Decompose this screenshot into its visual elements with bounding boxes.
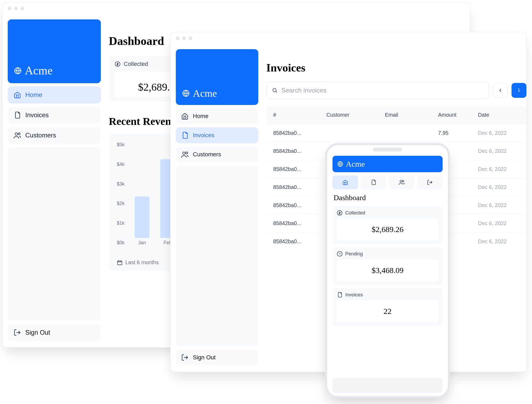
home-icon [14, 91, 21, 99]
sidebar: Acme Home Invoices Customers Sign Out [8, 19, 101, 341]
stat-value: $3,468.09 [337, 259, 438, 281]
signout-button[interactable]: Sign Out [8, 324, 101, 341]
mobile-bottom-bar [332, 378, 443, 393]
mobile-nav-invoices[interactable] [361, 175, 386, 189]
traffic-light-minimize-icon[interactable] [14, 7, 18, 10]
cell-date: Dec 6, 2022 [478, 202, 526, 208]
col-id: # [273, 112, 326, 118]
stat-card-pending: Pending $3,468.09 [332, 247, 443, 285]
mobile-notch [373, 148, 402, 152]
brand-name: Acme [25, 64, 53, 77]
stat-label: Pending [345, 251, 363, 257]
sidebar-item-home[interactable]: Home [176, 108, 258, 124]
page-number: 1 [518, 88, 520, 93]
cell-date: Dec 6, 2022 [478, 220, 526, 226]
col-date: Date [478, 112, 526, 118]
stat-label: Invoices [345, 292, 363, 298]
pagination-prev-button[interactable] [493, 83, 508, 98]
sidebar-item-invoices[interactable]: Invoices [8, 107, 101, 124]
sidebar-spacer [8, 147, 101, 321]
signout-label: Sign Out [193, 354, 216, 361]
mobile-nav [332, 175, 443, 189]
signout-button[interactable]: Sign Out [176, 350, 258, 365]
y-tick: $3k [117, 181, 124, 187]
chart-footer-text: Last 6 months [125, 259, 159, 266]
svg-point-2 [18, 133, 20, 135]
page-title: Invoices [266, 61, 526, 74]
svg-rect-4 [118, 261, 122, 265]
globe-icon [14, 67, 22, 74]
svg-point-7 [186, 152, 188, 154]
stat-label: Collected [345, 210, 365, 216]
cell-id: 85842ba0... [273, 220, 326, 226]
sidebar-item-label: Customers [193, 151, 221, 158]
cell-id: 85842ba0... [273, 166, 326, 172]
col-amount: Amount [438, 112, 478, 118]
cell-id: 85842ba0... [273, 202, 326, 208]
document-icon [181, 132, 189, 139]
cell-date: Dec 6, 2022 [478, 238, 526, 245]
users-icon [399, 179, 405, 185]
globe-icon [337, 161, 343, 167]
mobile-nav-home[interactable] [332, 175, 358, 189]
document-icon [337, 292, 343, 298]
stat-value: 22 [337, 300, 438, 322]
mobile-nav-customers[interactable] [389, 175, 414, 189]
stat-card-collected: Collected $2,689.26 [332, 206, 443, 244]
page-title: Dashboard [332, 192, 443, 203]
cell-date: Dec 6, 2022 [478, 130, 526, 136]
signout-icon [181, 354, 189, 361]
cell-date: Dec 6, 2022 [478, 148, 526, 154]
search-input[interactable]: Search invoices [266, 82, 489, 99]
home-icon [342, 179, 348, 185]
svg-point-6 [183, 152, 185, 154]
bar-jan [135, 196, 149, 238]
document-icon [371, 179, 376, 185]
users-icon [14, 132, 21, 139]
chart-bar: Jan [135, 196, 149, 246]
sidebar-item-label: Home [193, 113, 209, 120]
traffic-light-close-icon[interactable] [8, 7, 11, 10]
y-tick: $5k [117, 142, 124, 148]
mobile-device-frame: Acme Dashboard Collected $2,689.26 [325, 143, 450, 398]
cell-amount: 7.95 [438, 130, 478, 136]
sidebar: Acme Home Invoices Customers Sign Out [176, 49, 258, 365]
col-customer: Customer [326, 112, 385, 118]
signout-icon [427, 179, 433, 185]
arrow-left-icon [497, 87, 503, 93]
table-header: # Customer Email Amount Date [266, 106, 526, 124]
svg-point-1 [15, 133, 18, 135]
brand-logo-card: Acme [176, 49, 258, 105]
sidebar-item-label: Invoices [25, 111, 49, 119]
sidebar-item-home[interactable]: Home [8, 86, 101, 103]
sidebar-item-customers[interactable]: Customers [8, 127, 101, 144]
globe-icon [182, 90, 190, 97]
table-row[interactable]: 85842ba0...7.95Dec 6, 2022 [266, 124, 526, 142]
brand-name: Acme [346, 159, 365, 169]
stat-card-invoices: Invoices 22 [332, 288, 443, 326]
cell-id: 85842ba0... [273, 238, 326, 245]
sidebar-item-label: Customers [25, 132, 56, 139]
search-placeholder: Search invoices [281, 87, 326, 94]
sidebar-item-customers[interactable]: Customers [176, 146, 258, 162]
mobile-nav-signout[interactable] [417, 175, 443, 189]
signout-label: Sign Out [25, 329, 50, 336]
chart-y-axis: $5k $4k $3k $2k $1k $0k [117, 142, 124, 246]
document-icon [14, 111, 21, 119]
traffic-light-zoom-icon[interactable] [20, 7, 24, 10]
brand-name: Acme [193, 87, 217, 99]
sidebar-item-invoices[interactable]: Invoices [176, 127, 258, 143]
y-tick: $0k [117, 240, 124, 246]
col-email: Email [385, 112, 438, 118]
home-icon [181, 112, 189, 120]
svg-point-11 [402, 180, 404, 182]
traffic-light-close-icon[interactable] [176, 36, 180, 40]
traffic-light-minimize-icon[interactable] [182, 36, 186, 40]
calendar-icon [117, 260, 123, 266]
pagination-page-button[interactable]: 1 [512, 83, 526, 98]
y-tick: $1k [117, 220, 124, 226]
traffic-light-zoom-icon[interactable] [189, 36, 192, 40]
brand-logo-card: Acme [332, 156, 443, 172]
bar-label: Jan [138, 240, 146, 246]
clock-icon [337, 251, 343, 257]
